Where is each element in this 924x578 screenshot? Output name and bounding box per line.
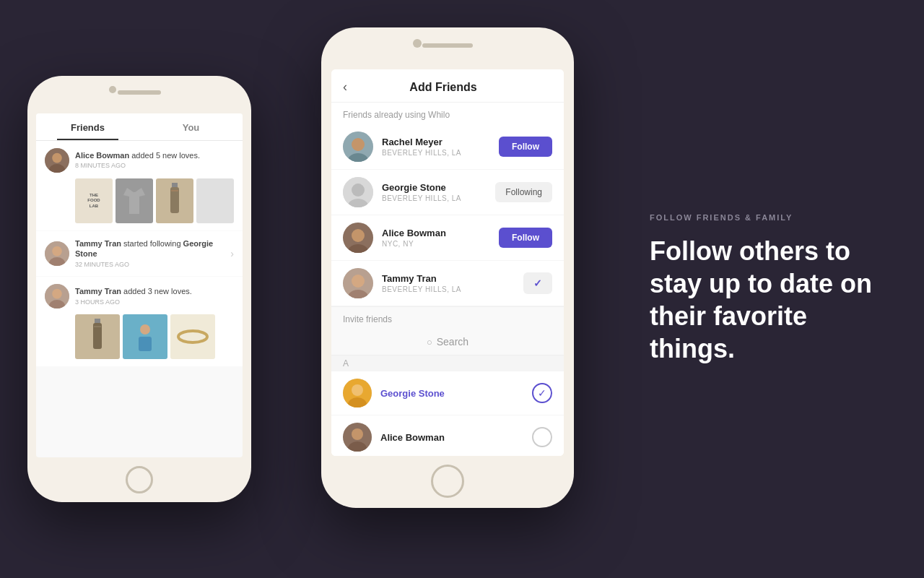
avatar-tammy-1 bbox=[45, 241, 69, 266]
right-phone-camera bbox=[413, 39, 422, 48]
activity-images-alice: THEFOODLAB bbox=[75, 178, 234, 223]
search-text: Search bbox=[437, 336, 468, 348]
contact-avatar-georgie bbox=[343, 379, 372, 407]
check-circle-georgie: ✓ bbox=[532, 383, 552, 403]
friend-info-tammy: Tammy Tran BEVERLEY HILLS, LA bbox=[382, 273, 523, 293]
friend-location-rachel: BEVERLEY HILLS, LA bbox=[382, 149, 499, 157]
left-phone-home bbox=[126, 466, 153, 493]
avatar-alice-2 bbox=[343, 223, 373, 253]
svg-point-15 bbox=[140, 324, 150, 335]
search-icon: ○ bbox=[427, 337, 432, 348]
avatar-alice-1 bbox=[45, 148, 69, 173]
app-header: ‹ Add Friends bbox=[331, 69, 564, 103]
friend-row-alice: Alice Bowman NYC, NY Follow bbox=[331, 215, 564, 261]
contact-row-georgie[interactable]: Georgie Stone ✓ bbox=[331, 371, 564, 415]
activity-text-alice-loves: Alice Bowman added 5 new loves. 8 MINUTE… bbox=[75, 150, 200, 171]
svg-point-7 bbox=[52, 246, 62, 256]
svg-point-10 bbox=[52, 289, 62, 299]
contact-row-alice[interactable]: Alice Bowman bbox=[331, 415, 564, 456]
left-app-content: Friends You Alic bbox=[36, 113, 243, 457]
svg-point-25 bbox=[352, 229, 365, 242]
follow-button-rachel[interactable]: Follow bbox=[499, 137, 552, 157]
activity-text-tammy-loves: Tammy Tran added 3 new loves. 3 HOURS AG… bbox=[75, 286, 192, 306]
activity-img-person bbox=[123, 314, 167, 359]
back-button[interactable]: ‹ bbox=[343, 79, 347, 95]
svg-rect-12 bbox=[95, 319, 100, 323]
avatar-tammy-2 bbox=[45, 284, 69, 309]
avatar-georgie bbox=[343, 177, 373, 207]
invite-section: Invite friends bbox=[331, 306, 564, 329]
invite-label: Invite friends bbox=[343, 314, 392, 324]
chevron-right-icon: › bbox=[230, 248, 234, 259]
svg-point-17 bbox=[178, 331, 207, 342]
friend-name-alice: Alice Bowman bbox=[382, 228, 499, 238]
activity-text-tammy-follow: Tammy Tran started following Georgie Sto… bbox=[75, 238, 230, 269]
friend-location-georgie: BEVERLEY HILLS, LA bbox=[382, 194, 495, 202]
svg-rect-16 bbox=[139, 337, 152, 351]
svg-rect-14 bbox=[94, 326, 101, 327]
svg-point-22 bbox=[352, 184, 365, 197]
svg-point-28 bbox=[352, 275, 365, 288]
friend-location-tammy: BEVERLEY HILLS, LA bbox=[382, 285, 523, 293]
friend-name-georgie: Georgie Stone bbox=[382, 182, 495, 193]
eyebrow-text: FOLLOW FRIENDS & FAMILY bbox=[650, 213, 881, 222]
search-bar[interactable]: ○ Search bbox=[331, 329, 564, 355]
activity-img-book: THEFOODLAB bbox=[75, 178, 113, 223]
left-tabs: Friends You bbox=[36, 113, 243, 141]
activity-img-ring bbox=[170, 314, 215, 359]
tab-friends[interactable]: Friends bbox=[36, 113, 139, 140]
svg-point-34 bbox=[352, 428, 363, 440]
left-phone-speaker bbox=[118, 90, 161, 95]
svg-point-1 bbox=[52, 153, 62, 163]
friend-row-tammy: Tammy Tran BEVERLEY HILLS, LA ✓ bbox=[331, 261, 564, 306]
svg-rect-3 bbox=[172, 183, 178, 187]
friend-row-georgie: Georgie Stone BEVERLEY HILLS, LA Followi… bbox=[331, 170, 564, 215]
alpha-label: A bbox=[343, 358, 349, 368]
contact-avatar-alice bbox=[343, 423, 372, 452]
friend-info-alice: Alice Bowman NYC, NY bbox=[382, 228, 499, 248]
friend-name-rachel: Rachel Meyer bbox=[382, 137, 499, 147]
activity-img-shirt bbox=[116, 178, 153, 223]
friend-location-alice: NYC, NY bbox=[382, 240, 499, 248]
activity-item-alice-loves: Alice Bowman added 5 new loves. 8 MINUTE… bbox=[36, 141, 243, 230]
left-phone: Friends You Alic bbox=[27, 76, 251, 502]
check-button-tammy[interactable]: ✓ bbox=[523, 272, 552, 294]
activity-img-bottle bbox=[156, 178, 193, 223]
following-button-georgie[interactable]: Following bbox=[495, 182, 552, 202]
friend-info-rachel: Rachel Meyer BEVERLEY HILLS, LA bbox=[382, 137, 499, 157]
right-text-section: FOLLOW FRIENDS & FAMILY Follow others to… bbox=[650, 213, 881, 365]
svg-point-31 bbox=[352, 384, 363, 396]
check-circle-alice bbox=[532, 427, 552, 447]
left-phone-screen: Friends You Alic bbox=[36, 113, 243, 457]
left-phone-camera bbox=[109, 86, 116, 93]
right-phone-home bbox=[431, 465, 464, 498]
right-app-content: ‹ Add Friends Friends already using Whil… bbox=[331, 69, 564, 456]
tab-you[interactable]: You bbox=[139, 113, 243, 140]
page-title: Add Friends bbox=[356, 81, 531, 94]
friend-row-rachel: Rachel Meyer BEVERLEY HILLS, LA Follow bbox=[331, 124, 564, 170]
follow-button-alice[interactable]: Follow bbox=[499, 228, 552, 248]
headline-text: Follow others to stay up to date on thei… bbox=[650, 235, 881, 365]
right-phone: ‹ Add Friends Friends already using Whil… bbox=[321, 27, 574, 508]
friend-info-georgie: Georgie Stone BEVERLEY HILLS, LA bbox=[382, 182, 495, 202]
alpha-section-a: A bbox=[331, 355, 564, 371]
svg-point-19 bbox=[352, 138, 365, 151]
friends-section-label: Friends already using Whilo bbox=[331, 103, 564, 124]
contact-name-alice: Alice Bowman bbox=[380, 432, 532, 443]
right-phone-speaker bbox=[422, 43, 473, 48]
activity-item-tammy-follow[interactable]: Tammy Tran started following Georgie Sto… bbox=[36, 231, 243, 276]
avatar-rachel bbox=[343, 131, 373, 162]
contact-name-georgie: Georgie Stone bbox=[380, 388, 532, 399]
activity-images-tammy bbox=[75, 314, 234, 359]
avatar-tammy-3 bbox=[343, 268, 373, 298]
activity-item-tammy-loves: Tammy Tran added 3 new loves. 3 HOURS AG… bbox=[36, 277, 243, 366]
svg-rect-5 bbox=[171, 190, 178, 191]
friend-name-tammy: Tammy Tran bbox=[382, 273, 523, 284]
activity-img-extra bbox=[196, 178, 234, 223]
activity-img-aesop bbox=[75, 314, 120, 359]
right-phone-screen: ‹ Add Friends Friends already using Whil… bbox=[331, 69, 564, 456]
